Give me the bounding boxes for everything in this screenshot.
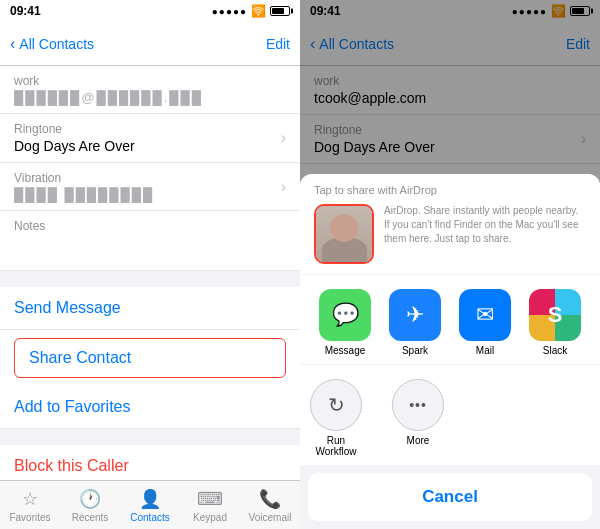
mail-icon-symbol: ✉	[476, 302, 494, 328]
slack-app-label: Slack	[543, 345, 567, 356]
left-tab-keypad[interactable]: ⌨ Keypad	[180, 488, 240, 523]
share-slack-button[interactable]: S Slack	[529, 289, 581, 356]
left-block-caller-button[interactable]: Block this Caller	[0, 445, 300, 480]
left-status-icons: ●●●●● 🛜	[212, 4, 290, 18]
left-battery-icon	[270, 6, 290, 16]
left-tab-voicemail-label: Voicemail	[249, 512, 292, 523]
left-tab-recents-icon: 🕐	[79, 488, 101, 510]
slack-icon-symbol: S	[548, 302, 563, 328]
left-tab-keypad-icon: ⌨	[197, 488, 223, 510]
left-work-label: work	[14, 74, 286, 88]
message-icon-symbol: 💬	[332, 302, 359, 328]
share-actions-row: ↻ RunWorkflow ••• More	[300, 365, 600, 465]
airdrop-section: Tap to share with AirDrop AirDrop. Share…	[300, 174, 600, 274]
left-fields-group: work ██████@██████.███ Ringtone Dog Days…	[0, 66, 300, 271]
spark-app-icon: ✈	[389, 289, 441, 341]
spark-icon-symbol: ✈	[406, 302, 424, 328]
left-work-field: work ██████@██████.███	[0, 66, 300, 114]
left-share-contact-wrapper: Share Contact	[0, 330, 300, 386]
airdrop-avatar[interactable]	[314, 204, 374, 264]
left-work-value: ██████@██████.███	[14, 90, 286, 105]
left-tab-favorites-icon: ☆	[22, 488, 38, 510]
left-vibration-label: Vibration	[14, 171, 154, 185]
share-sheet: Tap to share with AirDrop AirDrop. Share…	[300, 174, 600, 529]
left-content: work ██████@██████.███ Ringtone Dog Days…	[0, 66, 300, 480]
more-label: More	[407, 435, 430, 446]
workflow-label: RunWorkflow	[316, 435, 357, 457]
share-spark-button[interactable]: ✈ Spark	[389, 289, 441, 356]
left-ringtone-field[interactable]: Ringtone Dog Days Are Over ›	[0, 114, 300, 163]
left-share-contact-button[interactable]: Share Contact	[14, 338, 286, 378]
left-tab-recents-label: Recents	[72, 512, 109, 523]
left-ringtone-label: Ringtone	[14, 122, 135, 136]
left-send-message-button[interactable]: Send Message	[0, 287, 300, 330]
left-ringtone-arrow-icon: ›	[281, 129, 286, 147]
avatar-face	[316, 206, 372, 262]
left-send-message-wrapper: Send Message	[0, 287, 300, 330]
left-block-caller-wrapper: Block this Caller	[0, 445, 300, 480]
airdrop-desc-text: AirDrop. Share instantly with people nea…	[384, 204, 586, 264]
left-edit-button[interactable]: Edit	[266, 36, 290, 52]
left-tab-voicemail[interactable]: 📞 Voicemail	[240, 488, 300, 523]
left-signal-icon: ●●●●●	[212, 6, 247, 17]
left-tab-bar: ☆ Favorites 🕐 Recents 👤 Contacts ⌨ Keypa…	[0, 480, 300, 529]
left-notes-field: Notes	[0, 211, 300, 271]
mail-app-icon: ✉	[459, 289, 511, 341]
left-back-label: All Contacts	[19, 36, 94, 52]
left-tab-voicemail-icon: 📞	[259, 488, 281, 510]
workflow-circle-icon: ↻	[310, 379, 362, 431]
share-overlay[interactable]: Tap to share with AirDrop AirDrop. Share…	[300, 0, 600, 529]
right-panel: 09:41 ●●●●● 🛜 ‹ All Contacts Edit work t…	[300, 0, 600, 529]
share-workflow-button[interactable]: ↻ RunWorkflow	[310, 379, 362, 457]
left-back-button[interactable]: ‹ All Contacts	[10, 35, 94, 53]
left-tab-contacts-label: Contacts	[130, 512, 169, 523]
more-circle-icon: •••	[392, 379, 444, 431]
share-more-button[interactable]: ••• More	[392, 379, 444, 457]
left-wifi-icon: 🛜	[251, 4, 266, 18]
mail-app-label: Mail	[476, 345, 494, 356]
left-notes-label: Notes	[14, 219, 286, 233]
share-apps-row: 💬 Message ✈ Spark ✉ Mail	[300, 275, 600, 364]
left-vibration-field[interactable]: Vibration ████ ████████ ›	[0, 163, 300, 211]
share-mail-button[interactable]: ✉ Mail	[459, 289, 511, 356]
spark-app-label: Spark	[402, 345, 428, 356]
message-app-label: Message	[325, 345, 366, 356]
left-tab-recents[interactable]: 🕐 Recents	[60, 488, 120, 523]
left-status-bar: 09:41 ●●●●● 🛜	[0, 0, 300, 22]
left-back-chevron-icon: ‹	[10, 35, 15, 53]
left-panel: 09:41 ●●●●● 🛜 ‹ All Contacts Edit work █…	[0, 0, 300, 529]
left-tab-contacts[interactable]: 👤 Contacts	[120, 488, 180, 523]
share-message-button[interactable]: 💬 Message	[319, 289, 371, 356]
left-tab-favorites[interactable]: ☆ Favorites	[0, 488, 60, 523]
left-tab-contacts-icon: 👤	[139, 488, 161, 510]
slack-app-icon: S	[529, 289, 581, 341]
left-tab-favorites-label: Favorites	[9, 512, 50, 523]
left-add-favorites-wrapper: Add to Favorites	[0, 386, 300, 429]
airdrop-avatar-row: AirDrop. Share instantly with people nea…	[314, 204, 586, 264]
left-time: 09:41	[10, 4, 41, 18]
left-vibration-value: ████ ████████	[14, 187, 154, 202]
left-add-favorites-button[interactable]: Add to Favorites	[0, 386, 300, 429]
left-vibration-arrow-icon: ›	[281, 178, 286, 196]
share-cancel-button[interactable]: Cancel	[308, 473, 592, 521]
message-app-icon: 💬	[319, 289, 371, 341]
airdrop-label: Tap to share with AirDrop	[314, 184, 586, 196]
avatar-head	[330, 214, 358, 242]
left-ringtone-value: Dog Days Are Over	[14, 138, 135, 154]
left-tab-keypad-label: Keypad	[193, 512, 227, 523]
left-nav-bar: ‹ All Contacts Edit	[0, 22, 300, 66]
